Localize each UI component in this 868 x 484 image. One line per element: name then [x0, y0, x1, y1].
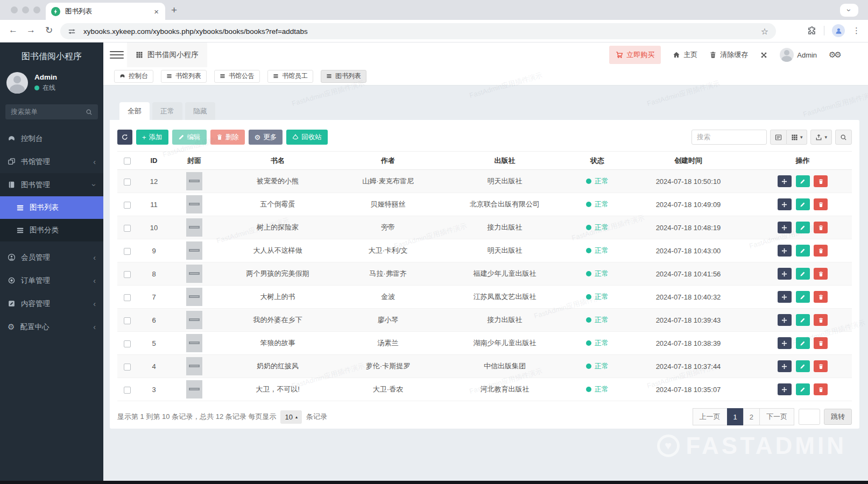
row-move-button[interactable]	[778, 360, 792, 372]
fullscreen-icon[interactable]	[758, 49, 770, 60]
sidebar-item-content-mgmt[interactable]: 内容管理 ‹	[0, 292, 103, 315]
row-delete-button[interactable]	[814, 222, 828, 233]
next-page-button[interactable]: 下一页	[759, 408, 794, 425]
page-button-2[interactable]: 2	[743, 408, 760, 425]
window-minimize-button[interactable]	[22, 6, 29, 13]
row-delete-button[interactable]	[814, 268, 828, 280]
row-edit-button[interactable]	[796, 245, 810, 257]
tab-library-notice[interactable]: 书馆公告	[214, 70, 260, 83]
row-move-button[interactable]	[778, 222, 792, 233]
jump-button[interactable]: 跳转	[824, 409, 852, 425]
row-move-button[interactable]	[778, 314, 792, 326]
row-move-button[interactable]	[778, 245, 792, 257]
sidebar-item-member-mgmt[interactable]: 会员管理 ‹	[0, 246, 103, 269]
row-checkbox[interactable]	[124, 387, 131, 394]
row-edit-button[interactable]	[796, 314, 810, 326]
more-button[interactable]: ⚙更多	[249, 130, 283, 145]
book-cover-thumbnail[interactable]	[186, 172, 202, 190]
window-close-button[interactable]	[11, 6, 18, 13]
row-delete-button[interactable]	[814, 198, 828, 210]
table-search-input[interactable]	[691, 130, 767, 145]
window-zoom-button[interactable]	[33, 6, 40, 13]
sidebar-item-book-category[interactable]: 图书分类	[0, 219, 103, 241]
tab-close-icon[interactable]: ×	[153, 7, 160, 16]
filter-tab-all[interactable]: 全部	[119, 102, 150, 120]
page-size-select[interactable]: 10▴	[280, 410, 301, 424]
row-edit-button[interactable]	[796, 175, 810, 187]
row-delete-button[interactable]	[814, 337, 828, 349]
book-cover-thumbnail[interactable]	[186, 265, 202, 283]
row-checkbox[interactable]	[124, 364, 131, 371]
book-cover-thumbnail[interactable]	[186, 357, 202, 375]
sidebar-item-book-mgmt[interactable]: 图书管理 ›	[0, 173, 103, 196]
tab-search-button[interactable]: ›	[840, 4, 858, 17]
row-edit-button[interactable]	[796, 198, 810, 210]
row-delete-button[interactable]	[814, 175, 828, 187]
book-cover-thumbnail[interactable]	[186, 380, 202, 398]
browser-menu-icon[interactable]: ⋮	[852, 26, 860, 35]
navbar-app-title-block[interactable]: 图书借阅小程序	[127, 42, 207, 67]
tab-dashboard[interactable]: 控制台	[114, 70, 153, 83]
row-checkbox[interactable]	[124, 179, 131, 186]
book-cover-thumbnail[interactable]	[186, 288, 202, 306]
row-checkbox[interactable]	[124, 271, 131, 278]
row-checkbox[interactable]	[124, 294, 131, 301]
row-checkbox[interactable]	[124, 248, 131, 255]
row-delete-button[interactable]	[814, 245, 828, 257]
settings-gears-icon[interactable]: ⚙⚙	[829, 50, 840, 60]
row-move-button[interactable]	[778, 268, 792, 280]
select-all-checkbox[interactable]	[124, 158, 131, 165]
browser-tab[interactable]: 图书列表 ×	[46, 3, 165, 20]
row-checkbox[interactable]	[124, 317, 131, 324]
sidebar-item-config-center[interactable]: ⚙ 配置中心 ‹	[0, 315, 103, 338]
tab-book-list[interactable]: 图书列表	[321, 70, 366, 83]
extensions-icon[interactable]	[807, 26, 816, 35]
sidebar-item-order-mgmt[interactable]: 订单管理 ‹	[0, 269, 103, 292]
row-checkbox[interactable]	[124, 225, 131, 232]
user-avatar[interactable]	[6, 72, 28, 94]
detail-view-button[interactable]	[770, 130, 787, 145]
row-edit-button[interactable]	[796, 383, 810, 395]
page-button-1[interactable]: 1	[727, 408, 744, 425]
jump-page-input[interactable]	[799, 409, 820, 425]
book-cover-thumbnail[interactable]	[186, 241, 202, 260]
forward-button[interactable]: →	[26, 25, 36, 35]
url-text[interactable]: xybooks.xykeep.com/xybooks.php/xybooks/b…	[83, 27, 761, 35]
columns-button[interactable]: ▾	[787, 130, 808, 145]
row-edit-button[interactable]	[796, 337, 810, 349]
book-cover-thumbnail[interactable]	[186, 311, 202, 329]
refresh-button[interactable]	[117, 130, 132, 145]
row-delete-button[interactable]	[814, 383, 828, 395]
row-checkbox[interactable]	[124, 202, 131, 209]
book-cover-thumbnail[interactable]	[186, 218, 202, 237]
bookmark-star-icon[interactable]: ☆	[761, 26, 768, 37]
edit-button[interactable]: 编辑	[172, 130, 207, 145]
book-cover-thumbnail[interactable]	[186, 334, 202, 352]
recycle-bin-button[interactable]: 回收站	[286, 130, 328, 145]
filter-tab-normal[interactable]: 正常	[152, 102, 182, 120]
filter-tab-hidden[interactable]: 隐藏	[185, 102, 215, 120]
tab-library-list[interactable]: 书馆列表	[161, 70, 207, 83]
export-button[interactable]: ▾	[810, 130, 832, 145]
row-edit-button[interactable]	[796, 291, 810, 303]
row-delete-button[interactable]	[814, 360, 828, 372]
navbar-user-menu[interactable]: Admin	[780, 48, 817, 62]
url-field[interactable]: xybooks.xykeep.com/xybooks.php/xybooks/b…	[60, 23, 776, 39]
site-settings-icon[interactable]	[68, 27, 76, 35]
browser-profile-avatar[interactable]	[832, 24, 845, 37]
row-delete-button[interactable]	[814, 291, 828, 303]
search-toggle-button[interactable]	[835, 130, 852, 145]
row-move-button[interactable]	[778, 291, 792, 303]
sidebar-item-dashboard[interactable]: 控制台	[0, 127, 103, 150]
add-button[interactable]: +添加	[136, 130, 168, 145]
sidebar-item-book-list[interactable]: 图书列表	[0, 196, 103, 219]
prev-page-button[interactable]: 上一页	[693, 408, 728, 425]
reload-button[interactable]: ↻	[45, 25, 53, 36]
book-cover-thumbnail[interactable]	[186, 195, 202, 213]
new-tab-button[interactable]: +	[171, 4, 177, 16]
tab-library-staff[interactable]: 书馆员工	[267, 70, 313, 83]
row-edit-button[interactable]	[796, 360, 810, 372]
row-edit-button[interactable]	[796, 268, 810, 280]
buy-now-button[interactable]: 立即购买	[609, 46, 661, 64]
sidebar-item-library-mgmt[interactable]: 书馆管理 ‹	[0, 150, 103, 173]
